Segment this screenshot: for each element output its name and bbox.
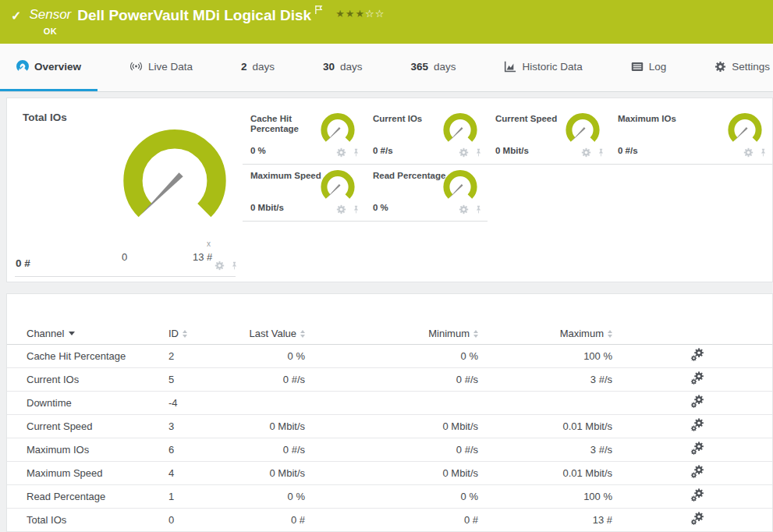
gear-icon[interactable] bbox=[336, 204, 346, 218]
channel-name[interactable]: Downtime bbox=[7, 397, 168, 409]
channel-settings-icon[interactable] bbox=[690, 488, 704, 505]
gauge-dial bbox=[317, 167, 359, 204]
pin-icon[interactable] bbox=[473, 204, 484, 218]
column-header-minimum[interactable]: Minimum bbox=[305, 328, 478, 339]
gauge-dial bbox=[317, 110, 359, 147]
gauge-cell-5: Maximum Speed 0 Mbit/s bbox=[243, 165, 365, 222]
gear-icon[interactable] bbox=[215, 260, 225, 274]
gauge-scale-max: 13 # bbox=[193, 251, 212, 263]
channel-minimum: 0 #/s bbox=[305, 444, 478, 456]
gauge-value: 0 Mbit/s bbox=[495, 146, 529, 155]
channel-settings-icon[interactable] bbox=[690, 348, 704, 364]
divider bbox=[15, 276, 236, 277]
channel-settings-icon[interactable] bbox=[690, 418, 704, 434]
gauge-dial bbox=[439, 167, 481, 204]
tab-30-days[interactable]: 30 days bbox=[307, 44, 379, 91]
channel-maximum: 100 % bbox=[478, 491, 612, 502]
channel-maximum: 3 #/s bbox=[478, 444, 612, 456]
gauge-cell-6: Read Percentage 0 % bbox=[365, 165, 488, 222]
channel-last-value: 0 # bbox=[235, 514, 305, 526]
channel-last-value: 0 #/s bbox=[235, 444, 305, 456]
channel-settings-icon[interactable] bbox=[690, 465, 704, 481]
channel-settings-icon[interactable] bbox=[690, 512, 704, 528]
gear-icon[interactable] bbox=[743, 147, 753, 161]
gear-icon[interactable] bbox=[459, 147, 469, 161]
star-empty-icon[interactable]: ☆ bbox=[375, 8, 385, 20]
channel-maximum: 0.01 Mbit/s bbox=[478, 467, 612, 479]
gauge-cell-4: Maximum IOs 0 #/s bbox=[610, 108, 772, 165]
channel-name[interactable]: Cache Hit Percentage bbox=[7, 350, 168, 362]
channel-name[interactable]: Maximum Speed bbox=[7, 467, 168, 479]
channel-minimum: 0 #/s bbox=[305, 374, 478, 385]
tab-historic-data[interactable]: Historic Data bbox=[488, 44, 598, 91]
gear-icon[interactable] bbox=[459, 204, 469, 218]
gauge-value: 0 % bbox=[373, 203, 388, 212]
channel-settings-icon[interactable] bbox=[690, 371, 704, 388]
star-filled-icon[interactable]: ★ bbox=[355, 8, 365, 20]
pin-icon[interactable] bbox=[758, 147, 768, 161]
tab-settings[interactable]: Settings bbox=[698, 44, 773, 91]
channel-maximum: 13 # bbox=[478, 514, 612, 526]
pin-icon[interactable] bbox=[596, 147, 606, 161]
sort-desc-icon bbox=[69, 332, 75, 335]
table-row[interactable]: Current IOs 5 0 #/s 0 #/s 3 #/s bbox=[7, 368, 772, 392]
column-header-channel[interactable]: Channel bbox=[7, 328, 168, 339]
column-header-maximum[interactable]: Maximum bbox=[478, 328, 612, 339]
channel-minimum: 0 Mbit/s bbox=[305, 420, 478, 432]
table-row[interactable]: Downtime -4 bbox=[7, 392, 772, 415]
gauge-value: 0 # bbox=[16, 257, 30, 269]
tab-log[interactable]: Log bbox=[615, 44, 683, 91]
channel-minimum: 0 % bbox=[305, 350, 478, 362]
table-header-row: Channel ID Last Value Minimum Maximum bbox=[7, 323, 772, 345]
channel-id: 1 bbox=[168, 491, 235, 502]
page-title: Dell PowerVault MDi Logical Disk bbox=[77, 7, 311, 23]
channel-maximum: 3 #/s bbox=[478, 374, 612, 385]
pin-icon[interactable] bbox=[351, 147, 361, 161]
gear-icon[interactable] bbox=[581, 147, 591, 161]
channel-id: 4 bbox=[168, 467, 235, 479]
channel-id: 2 bbox=[168, 350, 235, 362]
tab-overview[interactable]: Overview bbox=[0, 44, 98, 91]
channel-minimum: 0 # bbox=[305, 514, 478, 526]
table-row[interactable]: Total IOs 0 0 # 0 # 13 # bbox=[7, 509, 772, 532]
gauge-scale-marker: x bbox=[207, 239, 211, 248]
ok-check-icon: ✓ bbox=[11, 9, 21, 23]
historic-data-icon bbox=[504, 61, 516, 73]
sensor-status-banner: ✓ Sensor OK Dell PowerVault MDi Logical … bbox=[0, 0, 773, 44]
live-data-icon bbox=[129, 61, 143, 72]
tab-live-data[interactable]: Live Data bbox=[113, 44, 209, 91]
channel-name[interactable]: Total IOs bbox=[7, 514, 168, 526]
channel-settings-icon[interactable] bbox=[690, 395, 704, 411]
tab-365-days[interactable]: 365 days bbox=[394, 44, 472, 91]
log-icon bbox=[631, 62, 644, 72]
channel-name[interactable]: Read Percentage bbox=[7, 491, 168, 502]
table-body: Cache Hit Percentage 2 0 % 0 % 100 % Cur… bbox=[7, 345, 772, 532]
star-filled-icon[interactable]: ★ bbox=[335, 8, 346, 20]
column-header-last-value[interactable]: Last Value bbox=[235, 328, 305, 339]
table-row[interactable]: Cache Hit Percentage 2 0 % 0 % 100 % bbox=[7, 345, 772, 368]
table-row[interactable]: Maximum IOs 6 0 #/s 0 #/s 3 #/s bbox=[7, 438, 772, 462]
tab-2-days[interactable]: 2 days bbox=[225, 44, 291, 91]
gauge-cell-1: Cache Hit Percentage 0 % bbox=[243, 108, 365, 165]
channel-maximum: 100 % bbox=[478, 350, 612, 362]
pin-icon[interactable] bbox=[229, 260, 239, 274]
channel-name[interactable]: Current Speed bbox=[7, 420, 168, 432]
priority-stars[interactable]: ★★★☆☆ bbox=[335, 8, 385, 20]
column-header-id[interactable]: ID bbox=[168, 328, 235, 339]
table-row[interactable]: Maximum Speed 4 0 Mbit/s 0 Mbit/s 0.01 M… bbox=[7, 462, 772, 485]
table-row[interactable]: Current Speed 3 0 Mbit/s 0 Mbit/s 0.01 M… bbox=[7, 415, 772, 438]
table-row[interactable]: Read Percentage 1 0 % 0 % 100 % bbox=[7, 485, 772, 509]
channel-name[interactable]: Current IOs bbox=[7, 374, 168, 385]
star-filled-icon[interactable]: ★ bbox=[346, 8, 356, 20]
channel-last-value: 0 Mbit/s bbox=[235, 420, 305, 432]
gauges-panel: Total IOs 0 x 13 # 0 # Cache Hit Percent… bbox=[6, 98, 773, 282]
channel-settings-icon[interactable] bbox=[690, 442, 704, 458]
gear-icon[interactable] bbox=[336, 147, 346, 161]
star-empty-icon[interactable]: ☆ bbox=[365, 8, 375, 20]
primary-gauge-cell: Total IOs 0 x 13 # 0 # bbox=[7, 98, 243, 282]
pin-icon[interactable] bbox=[473, 147, 484, 161]
pin-icon[interactable] bbox=[351, 204, 361, 218]
channel-name[interactable]: Maximum IOs bbox=[7, 444, 168, 456]
flag-icon[interactable] bbox=[314, 4, 323, 18]
gauge-dial bbox=[111, 120, 239, 234]
